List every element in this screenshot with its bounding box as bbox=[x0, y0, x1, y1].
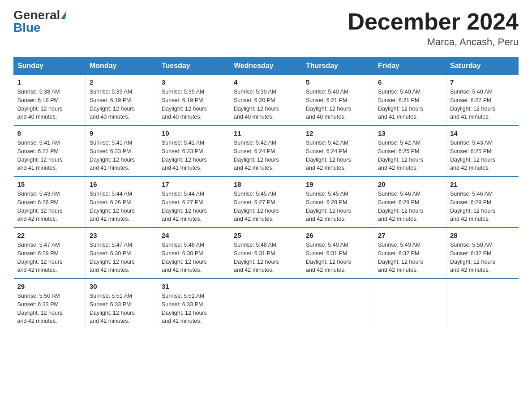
page-header: General Blue December 2024 Marca, Ancash… bbox=[13, 9, 519, 48]
calendar-header-saturday: Saturday bbox=[446, 57, 519, 75]
calendar-cell: 25 Sunrise: 5:48 AMSunset: 6:31 PMDaylig… bbox=[230, 227, 302, 278]
day-number: 22 bbox=[17, 231, 82, 239]
day-info: Sunrise: 5:48 AMSunset: 6:31 PMDaylight:… bbox=[234, 242, 279, 273]
calendar-cell: 6 Sunrise: 5:40 AMSunset: 6:21 PMDayligh… bbox=[374, 75, 446, 126]
day-info: Sunrise: 5:39 AMSunset: 6:19 PMDaylight:… bbox=[90, 89, 135, 120]
day-number: 6 bbox=[378, 78, 442, 86]
day-number: 19 bbox=[306, 180, 370, 188]
month-title: December 2024 bbox=[348, 9, 519, 34]
day-number: 7 bbox=[450, 78, 515, 86]
calendar-cell: 1 Sunrise: 5:38 AMSunset: 6:18 PMDayligh… bbox=[14, 75, 86, 126]
day-info: Sunrise: 5:39 AMSunset: 6:20 PMDaylight:… bbox=[234, 89, 279, 120]
day-info: Sunrise: 5:47 AMSunset: 6:30 PMDaylight:… bbox=[90, 242, 135, 273]
day-number: 14 bbox=[450, 129, 515, 137]
calendar-header-thursday: Thursday bbox=[302, 57, 374, 75]
day-number: 21 bbox=[450, 180, 515, 188]
calendar-cell: 27 Sunrise: 5:49 AMSunset: 6:32 PMDaylig… bbox=[374, 227, 446, 278]
day-number: 29 bbox=[17, 283, 82, 290]
calendar-cell: 24 Sunrise: 5:48 AMSunset: 6:30 PMDaylig… bbox=[158, 227, 230, 278]
title-area: December 2024 Marca, Ancash, Peru bbox=[348, 9, 519, 48]
calendar-cell: 13 Sunrise: 5:42 AMSunset: 6:25 PMDaylig… bbox=[374, 125, 446, 176]
day-number: 15 bbox=[17, 180, 82, 188]
calendar-cell: 4 Sunrise: 5:39 AMSunset: 6:20 PMDayligh… bbox=[230, 75, 302, 126]
day-number: 23 bbox=[90, 231, 154, 239]
day-info: Sunrise: 5:40 AMSunset: 6:21 PMDaylight:… bbox=[306, 89, 351, 120]
calendar-cell: 22 Sunrise: 5:47 AMSunset: 6:29 PMDaylig… bbox=[14, 227, 86, 278]
calendar-cell: 9 Sunrise: 5:41 AMSunset: 6:23 PMDayligh… bbox=[86, 125, 158, 176]
day-number: 17 bbox=[162, 180, 226, 188]
calendar-week-row: 1 Sunrise: 5:38 AMSunset: 6:18 PMDayligh… bbox=[14, 75, 519, 126]
day-info: Sunrise: 5:43 AMSunset: 6:25 PMDaylight:… bbox=[450, 140, 495, 171]
calendar-header-row: SundayMondayTuesdayWednesdayThursdayFrid… bbox=[14, 57, 519, 75]
day-info: Sunrise: 5:42 AMSunset: 6:24 PMDaylight:… bbox=[234, 140, 279, 171]
day-number: 13 bbox=[378, 129, 442, 137]
day-info: Sunrise: 5:42 AMSunset: 6:24 PMDaylight:… bbox=[306, 140, 351, 171]
calendar-cell: 30 Sunrise: 5:51 AMSunset: 6:33 PMDaylig… bbox=[86, 278, 158, 329]
calendar-cell: 17 Sunrise: 5:44 AMSunset: 6:27 PMDaylig… bbox=[158, 176, 230, 227]
calendar-header-wednesday: Wednesday bbox=[230, 57, 302, 75]
day-number: 9 bbox=[90, 129, 154, 137]
day-number: 26 bbox=[306, 231, 370, 239]
calendar-header-tuesday: Tuesday bbox=[158, 57, 230, 75]
calendar-header-monday: Monday bbox=[86, 57, 158, 75]
day-info: Sunrise: 5:38 AMSunset: 6:18 PMDaylight:… bbox=[17, 89, 63, 120]
day-number: 16 bbox=[90, 180, 154, 188]
logo: General Blue bbox=[13, 9, 66, 34]
day-info: Sunrise: 5:44 AMSunset: 6:27 PMDaylight:… bbox=[162, 191, 207, 222]
calendar-cell: 16 Sunrise: 5:44 AMSunset: 6:26 PMDaylig… bbox=[86, 176, 158, 227]
calendar-cell: 31 Sunrise: 5:51 AMSunset: 6:33 PMDaylig… bbox=[158, 278, 230, 329]
calendar-week-row: 15 Sunrise: 5:43 AMSunset: 6:26 PMDaylig… bbox=[14, 176, 519, 227]
calendar-cell bbox=[446, 278, 519, 329]
day-number: 30 bbox=[90, 283, 154, 290]
calendar-table: SundayMondayTuesdayWednesdayThursdayFrid… bbox=[13, 57, 519, 329]
calendar-cell: 10 Sunrise: 5:41 AMSunset: 6:23 PMDaylig… bbox=[158, 125, 230, 176]
day-info: Sunrise: 5:47 AMSunset: 6:29 PMDaylight:… bbox=[17, 242, 63, 273]
calendar-week-row: 22 Sunrise: 5:47 AMSunset: 6:29 PMDaylig… bbox=[14, 227, 519, 278]
day-info: Sunrise: 5:40 AMSunset: 6:22 PMDaylight:… bbox=[450, 89, 495, 120]
day-number: 5 bbox=[306, 78, 370, 86]
day-info: Sunrise: 5:49 AMSunset: 6:31 PMDaylight:… bbox=[306, 242, 351, 273]
day-number: 2 bbox=[90, 78, 154, 86]
location-subtitle: Marca, Ancash, Peru bbox=[348, 36, 519, 48]
day-number: 8 bbox=[17, 129, 82, 137]
calendar-cell: 28 Sunrise: 5:50 AMSunset: 6:32 PMDaylig… bbox=[446, 227, 519, 278]
calendar-header-sunday: Sunday bbox=[14, 57, 86, 75]
calendar-cell: 15 Sunrise: 5:43 AMSunset: 6:26 PMDaylig… bbox=[14, 176, 86, 227]
calendar-week-row: 8 Sunrise: 5:41 AMSunset: 6:22 PMDayligh… bbox=[14, 125, 519, 176]
logo-general-text: General bbox=[13, 9, 60, 21]
calendar-cell: 21 Sunrise: 5:46 AMSunset: 6:29 PMDaylig… bbox=[446, 176, 519, 227]
calendar-cell: 19 Sunrise: 5:45 AMSunset: 6:28 PMDaylig… bbox=[302, 176, 374, 227]
day-info: Sunrise: 5:50 AMSunset: 6:33 PMDaylight:… bbox=[17, 293, 63, 324]
day-info: Sunrise: 5:45 AMSunset: 6:27 PMDaylight:… bbox=[234, 191, 279, 222]
calendar-cell bbox=[230, 278, 302, 329]
calendar-cell: 23 Sunrise: 5:47 AMSunset: 6:30 PMDaylig… bbox=[86, 227, 158, 278]
day-number: 12 bbox=[306, 129, 370, 137]
day-number: 3 bbox=[162, 78, 226, 86]
day-info: Sunrise: 5:41 AMSunset: 6:23 PMDaylight:… bbox=[90, 140, 135, 171]
logo-blue-text: Blue bbox=[13, 21, 41, 34]
day-info: Sunrise: 5:46 AMSunset: 6:28 PMDaylight:… bbox=[378, 191, 423, 222]
calendar-cell: 2 Sunrise: 5:39 AMSunset: 6:19 PMDayligh… bbox=[86, 75, 158, 126]
calendar-cell bbox=[374, 278, 446, 329]
calendar-header-friday: Friday bbox=[374, 57, 446, 75]
day-info: Sunrise: 5:50 AMSunset: 6:32 PMDaylight:… bbox=[450, 242, 495, 273]
day-info: Sunrise: 5:46 AMSunset: 6:29 PMDaylight:… bbox=[450, 191, 495, 222]
day-info: Sunrise: 5:39 AMSunset: 6:19 PMDaylight:… bbox=[162, 89, 207, 120]
day-info: Sunrise: 5:51 AMSunset: 6:33 PMDaylight:… bbox=[90, 293, 135, 324]
day-info: Sunrise: 5:43 AMSunset: 6:26 PMDaylight:… bbox=[17, 191, 63, 222]
day-number: 28 bbox=[450, 231, 515, 239]
calendar-week-row: 29 Sunrise: 5:50 AMSunset: 6:33 PMDaylig… bbox=[14, 278, 519, 329]
day-number: 18 bbox=[234, 180, 298, 188]
day-info: Sunrise: 5:51 AMSunset: 6:33 PMDaylight:… bbox=[162, 293, 207, 324]
day-number: 31 bbox=[162, 283, 226, 290]
calendar-cell: 26 Sunrise: 5:49 AMSunset: 6:31 PMDaylig… bbox=[302, 227, 374, 278]
calendar-cell: 8 Sunrise: 5:41 AMSunset: 6:22 PMDayligh… bbox=[14, 125, 86, 176]
calendar-cell: 7 Sunrise: 5:40 AMSunset: 6:22 PMDayligh… bbox=[446, 75, 519, 126]
calendar-cell: 5 Sunrise: 5:40 AMSunset: 6:21 PMDayligh… bbox=[302, 75, 374, 126]
day-info: Sunrise: 5:45 AMSunset: 6:28 PMDaylight:… bbox=[306, 191, 351, 222]
day-number: 27 bbox=[378, 231, 442, 239]
day-info: Sunrise: 5:42 AMSunset: 6:25 PMDaylight:… bbox=[378, 140, 423, 171]
calendar-cell: 11 Sunrise: 5:42 AMSunset: 6:24 PMDaylig… bbox=[230, 125, 302, 176]
day-info: Sunrise: 5:41 AMSunset: 6:22 PMDaylight:… bbox=[17, 140, 63, 171]
calendar-cell: 14 Sunrise: 5:43 AMSunset: 6:25 PMDaylig… bbox=[446, 125, 519, 176]
